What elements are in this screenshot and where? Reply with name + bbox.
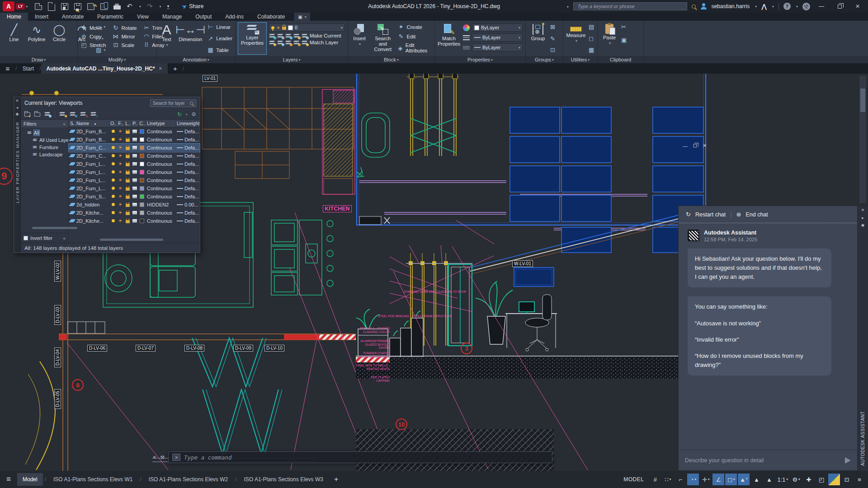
layer-select-dropdown[interactable]: ☀ 0 ▾: [269, 23, 345, 32]
layer-plot-icon[interactable]: [132, 154, 137, 158]
layer-plot-icon[interactable]: [132, 211, 137, 215]
layout-tab[interactable]: ISO A1-Plans Sections Elevs W2: [143, 473, 233, 486]
drawing-minimize-icon[interactable]: —: [683, 143, 688, 149]
suggestion-item[interactable]: “How do I remove unused blocks from my d…: [695, 352, 824, 370]
share-view-icon[interactable]: [100, 3, 108, 10]
layer-lineweight[interactable]: Defa...: [175, 161, 200, 167]
group-tool-button[interactable]: ✎: [550, 35, 555, 42]
layer-freeze-icon[interactable]: ☀: [118, 210, 123, 215]
draw-tool-button[interactable]: ◯ Circle ▾: [48, 23, 71, 54]
clipboard-tool-button[interactable]: ▣ ▾: [621, 37, 627, 43]
layer-row[interactable]: 2d_hidden ☀ HIDDEN2 0.00...: [69, 201, 200, 209]
layer-color-swatch[interactable]: [140, 154, 144, 158]
status-icon[interactable]: ✛▾: [700, 474, 712, 485]
layer-linetype[interactable]: Continuous: [146, 129, 175, 134]
status-icon[interactable]: ◰▾: [816, 474, 827, 485]
layer-lock-icon[interactable]: [126, 204, 130, 207]
layer-freeze-icon[interactable]: ☀: [118, 145, 123, 150]
layer-plot-icon[interactable]: [132, 162, 137, 166]
col-plot[interactable]: P..: [131, 120, 138, 127]
layer-linetype[interactable]: Continuous: [146, 218, 175, 224]
layer-linetype[interactable]: Continuous: [146, 210, 175, 216]
layout-tab[interactable]: ISO A1-Plans Sections Elevs W1: [48, 473, 138, 486]
layer-linetype[interactable]: Continuous: [146, 194, 175, 199]
layer-plot-icon[interactable]: [132, 203, 137, 206]
help-icon[interactable]: ?: [783, 3, 791, 10]
layer-plot-icon[interactable]: [132, 187, 137, 190]
layer-lock-icon[interactable]: [126, 179, 130, 183]
layer-row[interactable]: 2D_Furn_L... ☀ Continuous Defa...: [69, 168, 200, 176]
annotation-panel-label[interactable]: Annotation▾: [157, 56, 236, 63]
restart-chat-button[interactable]: Restart chat: [695, 211, 726, 218]
layer-lock-icon[interactable]: [126, 147, 130, 150]
set-current-layer-icon[interactable]: ✓: [90, 112, 97, 117]
layer-on-icon[interactable]: [112, 130, 115, 133]
model-space-label[interactable]: MODEL: [619, 476, 648, 483]
block-panel-label[interactable]: Block▾: [348, 56, 435, 63]
layer-color-swatch[interactable]: [140, 170, 144, 174]
layer-on-icon[interactable]: [112, 178, 115, 182]
filter-tree-item[interactable]: All: [21, 129, 68, 136]
layout-tab[interactable]: Model: [17, 473, 43, 486]
new-frozen-layer-icon[interactable]: ❄: [70, 112, 76, 117]
filter-tree-item[interactable]: Landscape: [21, 151, 68, 158]
layout-menu-icon[interactable]: ≡: [0, 475, 17, 484]
linetype-dropdown[interactable]: ByLayer▾: [472, 43, 523, 52]
layer-lineweight[interactable]: Defa...: [175, 129, 200, 134]
modify-tool-button[interactable]: ⊡ Scale ▾: [112, 42, 137, 48]
file-tab-start[interactable]: Start: [17, 63, 39, 74]
layer-lock-icon[interactable]: [126, 155, 130, 158]
layer-on-icon[interactable]: [112, 187, 115, 190]
stop-icon[interactable]: ▪: [186, 112, 187, 117]
block-tool-button[interactable]: ◈ Edit Attributes ▾: [397, 42, 432, 53]
utility-tool-button[interactable]: ▦: [589, 47, 594, 53]
minimize-button[interactable]: —: [815, 0, 828, 12]
layer-lineweight[interactable]: Defa...: [175, 137, 200, 142]
suggestion-item[interactable]: “Autosave is not working”: [695, 319, 824, 328]
ribbon-tab[interactable]: Add-ins: [218, 13, 250, 21]
modify-tool-button[interactable]: ⋈ Mirror ▾: [112, 33, 137, 40]
layer-freeze-icon[interactable]: ☀: [118, 129, 123, 134]
layer-row[interactable]: 2D_Furn_B... ☀ Continuous Defa...: [69, 136, 200, 144]
annotation-tool-button[interactable]: ↗ Leader ▾: [207, 35, 232, 42]
assistant-autohide-icon[interactable]: ▸: [862, 216, 864, 220]
layer-plot-icon[interactable]: [132, 130, 137, 133]
status-icon[interactable]: ⌐▾: [675, 474, 686, 485]
autocad-logo-icon[interactable]: A: [3, 1, 14, 11]
layer-color-swatch[interactable]: [140, 137, 144, 142]
layer-lineweight[interactable]: Defa...: [175, 178, 200, 183]
command-input[interactable]: > Type a command: [168, 451, 552, 463]
status-icon[interactable]: ∠▾: [712, 474, 724, 485]
layer-lock-icon[interactable]: [126, 171, 130, 174]
status-icon[interactable]: ▲▾: [750, 474, 762, 485]
new-layer-icon[interactable]: ✱: [59, 112, 66, 117]
layer-freeze-icon[interactable]: ☀: [118, 178, 123, 183]
layer-on-icon[interactable]: [112, 154, 115, 157]
refresh-icon[interactable]: ↻: [177, 111, 182, 117]
grid-scrollbar[interactable]: [100, 239, 163, 241]
layer-color-swatch[interactable]: [140, 162, 144, 166]
status-icon[interactable]: ⊡▾: [841, 474, 853, 485]
status-icon[interactable]: ◻▾: [725, 474, 737, 485]
close-button[interactable]: ✕: [851, 0, 864, 12]
paste-button[interactable]: Paste▾: [600, 23, 618, 54]
filter-tree-item[interactable]: Furniture: [21, 144, 68, 151]
layer-linetype[interactable]: Continuous: [146, 145, 175, 150]
layer-plot-icon[interactable]: [132, 219, 137, 223]
assistant-icon[interactable]: [802, 3, 810, 10]
settings-gear-icon[interactable]: ⚙: [191, 111, 196, 117]
draw-tool-button[interactable]: ╱ Line ▾: [3, 23, 25, 54]
draw-tool-button[interactable]: ∿ Polyline ▾: [25, 23, 48, 54]
layer-lineweight[interactable]: Defa...: [175, 169, 200, 175]
ribbon-tab[interactable]: Home: [0, 13, 28, 21]
linetype-icon[interactable]: [463, 45, 470, 50]
assistant-close-icon[interactable]: ✕: [861, 208, 865, 212]
undo-icon[interactable]: ↶: [127, 3, 132, 9]
end-chat-icon[interactable]: ⊗: [736, 211, 741, 218]
block-tool-button[interactable]: ✎ Edit ▾: [397, 33, 432, 40]
palette-autohide-icon[interactable]: ◂: [16, 105, 19, 110]
open-file-icon[interactable]: [48, 4, 55, 11]
draw-panel-label[interactable]: Draw▾: [0, 56, 78, 63]
layer-color-swatch[interactable]: [140, 202, 144, 207]
help-caret-icon[interactable]: ▾: [796, 5, 798, 9]
